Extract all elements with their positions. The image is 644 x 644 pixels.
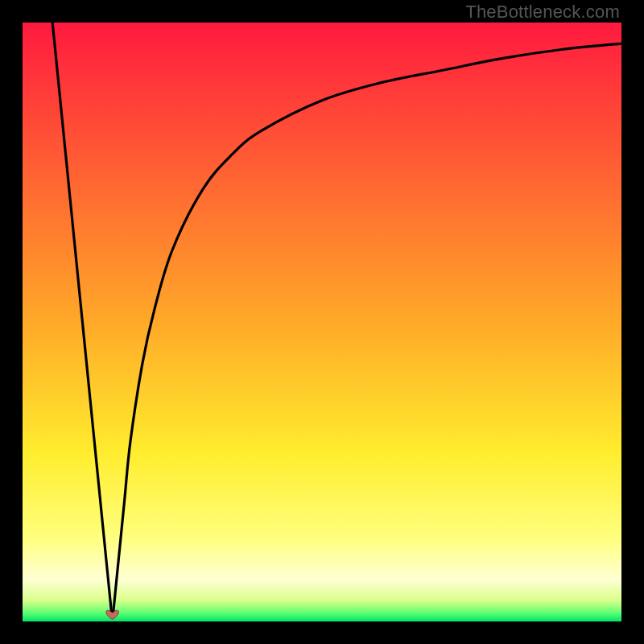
chart-frame [23,23,621,621]
watermark-label: TheBottleneck.com [465,2,620,23]
gradient-background [23,23,621,621]
bottleneck-chart [23,23,621,621]
